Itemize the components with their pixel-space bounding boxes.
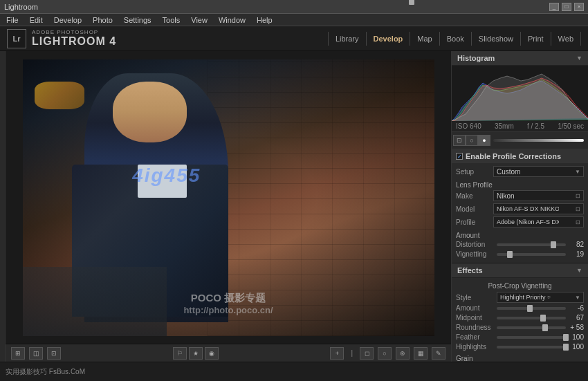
left-panel: [0, 51, 6, 362]
toolbar-brush-btn[interactable]: ✎: [432, 347, 445, 360]
profile-row: Profile Adobe (Nikon AF-S DX NIKKO... ⊡: [456, 216, 584, 227]
module-map[interactable]: Map: [410, 32, 439, 46]
feather-row: Feather 100: [456, 333, 584, 341]
shutter-info: 1/50 sec: [558, 122, 584, 130]
setup-label: Setup: [456, 168, 490, 176]
watermark-line1: POCO 摄影专题: [183, 292, 273, 305]
tools-row: ⊡ ○ ●: [452, 132, 588, 149]
distortion-slider[interactable]: [497, 243, 566, 246]
module-print[interactable]: Print: [521, 32, 551, 46]
style-value-text: Highlight Priority ÷: [500, 294, 551, 301]
module-develop[interactable]: Develop: [367, 32, 411, 46]
toolbar-grad-btn[interactable]: ▦: [414, 347, 428, 360]
effects-body: Post-Crop Vignetting Style Highlight Pri…: [452, 278, 588, 362]
tool-crop[interactable]: ⊡: [453, 135, 466, 146]
menu-view[interactable]: View: [189, 16, 210, 24]
make-value[interactable]: Nikon ⊡: [493, 190, 584, 201]
distortion-value: 82: [569, 241, 584, 248]
photo-container: 4ig455 POCO 摄影专题 http://photo.poco.cn/: [6, 51, 451, 344]
status-text: 实用摄影技巧 FsBus.CoM: [6, 367, 85, 377]
profile-label: Profile: [456, 219, 490, 226]
setup-row: Setup Custom ▼: [456, 166, 584, 177]
lens-corrections-label: Enable Profile Corrections: [466, 152, 561, 160]
menu-help[interactable]: Help: [255, 16, 275, 24]
histogram-chevron: ▼: [576, 55, 582, 62]
profile-dropdown-icon: ⊡: [576, 219, 580, 225]
effects-section: Effects ▼ Post-Crop Vignetting Style Hig…: [452, 263, 588, 362]
toolbar-color-btn[interactable]: ◉: [205, 347, 219, 360]
make-value-text: Nikon: [497, 192, 515, 200]
setup-value[interactable]: Custom ▼: [493, 166, 584, 177]
model-value[interactable]: Nikon AF-S DX NIKKOR 35mm... ⊡: [493, 203, 584, 214]
logo-area: Lr ADOBE PHOTOSHOP LIGHTROOM 4: [7, 29, 116, 48]
setup-dropdown-icon: ▼: [575, 169, 580, 175]
feather-value: 100: [569, 333, 584, 341]
tool-spot[interactable]: ○: [466, 135, 478, 146]
iso-info: ISO 640: [456, 122, 481, 130]
histogram-header[interactable]: Histogram ▼: [452, 51, 588, 66]
histogram-svg: [452, 66, 588, 121]
menu-file[interactable]: File: [4, 16, 21, 24]
title-bar: Lightroom _ □ ×: [0, 0, 588, 14]
feather-label: Feather: [456, 333, 494, 341]
close-button[interactable]: ×: [574, 3, 584, 11]
maximize-button[interactable]: □: [562, 3, 571, 11]
module-library[interactable]: Library: [328, 32, 367, 46]
midpoint-slider[interactable]: [497, 317, 566, 319]
effects-header[interactable]: Effects ▼: [452, 263, 588, 278]
menu-edit[interactable]: Edit: [28, 16, 45, 24]
photo-toolbar: ⊞ ◫ ⊡ ⚐ ★ ◉ + | ◻ ○ ⊛ ▦ ✎: [6, 344, 451, 362]
vignetting-slider[interactable]: [497, 253, 566, 256]
eff-amount-slider[interactable]: [497, 307, 566, 310]
vignetting-label: Vignetting: [456, 250, 494, 258]
lens-corrections-header[interactable]: ✓ Enable Profile Corrections: [452, 149, 588, 163]
lens-corrections-section: ✓ Enable Profile Corrections Setup Custo…: [452, 149, 588, 263]
toolbar-grid-btn[interactable]: ⊞: [11, 347, 25, 360]
toolbar-crop-btn[interactable]: ◻: [360, 347, 374, 360]
toolbar-compare-btn[interactable]: ◫: [29, 347, 43, 360]
lens-profile-label: Lens Profile: [456, 179, 584, 190]
lens-corrections-body: Setup Custom ▼ Lens Profile Make Nikon ⊡: [452, 163, 588, 263]
menu-settings[interactable]: Settings: [122, 16, 154, 24]
menu-develop[interactable]: Develop: [52, 16, 84, 24]
feather-slider[interactable]: [497, 336, 566, 339]
lens-enable-checkbox[interactable]: ✓: [456, 153, 463, 160]
module-slideshow[interactable]: Slideshow: [472, 32, 521, 46]
highlights-slider[interactable]: [497, 346, 566, 349]
menu-bar: File Edit Develop Photo Settings Tools V…: [0, 14, 588, 26]
toolbar-redeye-btn[interactable]: ⊛: [396, 347, 410, 360]
roundness-slider[interactable]: [497, 326, 566, 329]
aperture-info: f / 2.5: [527, 122, 544, 130]
eff-amount-value: -6: [569, 304, 584, 312]
midpoint-label: Midpoint: [456, 314, 494, 322]
histogram-graph: [452, 66, 588, 121]
menu-photo[interactable]: Photo: [91, 16, 115, 24]
module-web[interactable]: Web: [551, 32, 581, 46]
effects-title: Effects: [457, 266, 483, 275]
midpoint-row: Midpoint 67: [456, 314, 584, 322]
grain-label: Grain: [456, 353, 584, 362]
menu-tools[interactable]: Tools: [160, 16, 183, 24]
histogram-title: Histogram: [457, 54, 495, 62]
main-area: 4ig455 POCO 摄影专题 http://photo.poco.cn/ ⊞…: [0, 51, 588, 362]
minimize-button[interactable]: _: [549, 3, 559, 11]
toolbar-detail-btn[interactable]: ⊡: [47, 347, 61, 360]
profile-value[interactable]: Adobe (Nikon AF-S DX NIKKO... ⊡: [493, 216, 584, 227]
module-book[interactable]: Book: [440, 32, 472, 46]
toolbar-zoom-btn[interactable]: +: [330, 347, 344, 360]
highlights-label: Highlights: [456, 343, 494, 351]
watermark-2: POCO 摄影专题 http://photo.poco.cn/: [183, 292, 273, 315]
toolbar-flag-btn[interactable]: ⚐: [173, 347, 187, 360]
tools-slider[interactable]: [493, 139, 584, 142]
logo-text: ADOBE PHOTOSHOP LIGHTROOM 4: [32, 29, 116, 48]
toolbar-spot-btn[interactable]: ○: [378, 347, 392, 360]
highlights-value: 100: [569, 343, 584, 351]
menu-window[interactable]: Window: [217, 16, 248, 24]
watermark-1: 4ig455: [132, 165, 201, 187]
style-value[interactable]: Highlight Priority ÷ ▼: [497, 292, 584, 303]
distortion-row: Distortion 82: [456, 241, 584, 248]
toolbar-star-btn[interactable]: ★: [189, 347, 203, 360]
tool-redeye[interactable]: ●: [478, 135, 490, 146]
style-row: Style Highlight Priority ÷ ▼: [456, 292, 584, 303]
amount-section-label: Amount: [456, 230, 584, 241]
